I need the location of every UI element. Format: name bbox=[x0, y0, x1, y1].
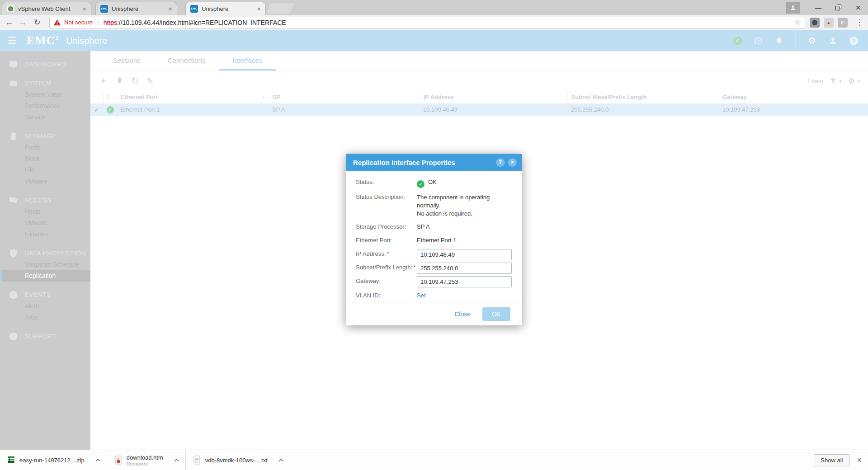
sidebar-item-dashboard[interactable]: DASHBOARD bbox=[0, 58, 90, 70]
sort-ascending-icon[interactable]: ↑ bbox=[262, 94, 265, 100]
sidebar-item-alerts[interactable]: Alerts bbox=[0, 301, 90, 312]
sidebar-item-initiators[interactable]: Initiators bbox=[0, 229, 90, 240]
downloads-bar: easy-run-14976212....zip download.htm Re… bbox=[0, 450, 868, 470]
bookmark-star-icon[interactable]: ☆ bbox=[794, 18, 801, 27]
sidebar-item-events[interactable]: EVENTS bbox=[0, 289, 90, 301]
shield-icon bbox=[8, 248, 19, 258]
url-omnibox[interactable]: Not secure | https://10.109.46.44/index.… bbox=[49, 17, 805, 28]
table-row-ethernet-port-1[interactable]: ✓ ✓ Ethernet Port 1 SP A 10.109.46.49 25… bbox=[90, 103, 868, 116]
row-status-ok-icon: ✓ bbox=[107, 106, 114, 113]
column-header-subnet[interactable]: Subnet Mask/Prefix Length bbox=[567, 91, 719, 103]
download-menu-chevron-icon[interactable] bbox=[95, 459, 100, 462]
new-tab-button[interactable] bbox=[266, 3, 294, 14]
browser-tab-unisphere-2-active[interactable]: EMC Unisphere × bbox=[185, 2, 266, 15]
alerts-bell-icon[interactable] bbox=[774, 36, 783, 45]
column-header-gateway[interactable]: Gateway bbox=[719, 91, 868, 103]
tab-sessions[interactable]: Sessions bbox=[99, 51, 154, 70]
product-title: Unisphere bbox=[66, 36, 107, 46]
not-secure-label: Not secure bbox=[64, 19, 93, 26]
filter-funnel-icon[interactable] bbox=[830, 77, 837, 85]
jobs-clock-icon[interactable] bbox=[754, 36, 763, 45]
sidebar-item-data-protection[interactable]: DATA PROTECTION bbox=[0, 247, 90, 259]
gateway-input[interactable] bbox=[417, 276, 512, 287]
pdf-extension-icon[interactable]: ▲ bbox=[824, 18, 834, 28]
sidebar-item-support[interactable]: ? SUPPORT bbox=[0, 330, 90, 342]
sidebar-item-storage-vmware[interactable]: VMware bbox=[0, 176, 90, 187]
dialog-title: Replication Interface Properties bbox=[353, 159, 492, 166]
back-icon[interactable]: ← bbox=[3, 18, 16, 28]
restore-button[interactable] bbox=[828, 0, 848, 15]
hamburger-menu-icon[interactable]: ☰ bbox=[8, 35, 17, 47]
sidebar-item-jobs[interactable]: Jobs bbox=[0, 312, 90, 323]
sidebar-item-access-vmware[interactable]: VMware bbox=[0, 217, 90, 229]
settings-gear-icon[interactable]: ⚙ bbox=[807, 36, 816, 45]
subnet-input[interactable] bbox=[417, 263, 512, 274]
browser-menu-icon[interactable]: ⋮ bbox=[856, 18, 863, 27]
tab-close-icon[interactable]: × bbox=[82, 5, 86, 12]
filter-caret-icon[interactable]: ▾ bbox=[840, 79, 842, 84]
extension-icon-f[interactable]: F bbox=[838, 18, 848, 28]
user-icon[interactable] bbox=[828, 36, 837, 45]
sidebar-item-performance[interactable]: Performance bbox=[0, 100, 90, 112]
dialog-close-icon[interactable]: × bbox=[508, 158, 517, 167]
settings-caret-icon[interactable]: ▾ bbox=[858, 79, 860, 84]
show-all-button[interactable]: Show all bbox=[814, 454, 849, 466]
system-health-icon[interactable]: ✓ bbox=[733, 36, 742, 45]
sidebar-item-system-view[interactable]: System View bbox=[0, 89, 90, 100]
forward-icon[interactable]: → bbox=[16, 18, 30, 28]
url-scheme-struck: https bbox=[104, 19, 117, 26]
extension-icon-1[interactable] bbox=[810, 18, 820, 28]
column-header-ethernet-port[interactable]: Ethernet Port↑ bbox=[117, 91, 269, 103]
help-icon[interactable]: ? bbox=[849, 36, 858, 45]
ethernet-port-row: Ethernet Port: Ethernet Port 1 bbox=[356, 235, 512, 244]
sidebar-item-access[interactable]: ACCESS bbox=[0, 194, 90, 206]
column-header-sp[interactable]: SP bbox=[269, 91, 420, 103]
column-header-ip-address[interactable]: IP Address bbox=[420, 91, 567, 103]
sidebar-item-snapshot-schedule[interactable]: Snapshot Schedule bbox=[0, 259, 90, 270]
edit-pencil-icon[interactable]: ✎ bbox=[146, 76, 162, 86]
status-description-value: The component is operating normally. No … bbox=[417, 192, 512, 218]
sidebar-item-file[interactable]: File bbox=[0, 164, 90, 176]
browser-tab-vsphere[interactable]: vSphere Web Client × bbox=[2, 2, 91, 15]
sidebar-item-replication[interactable]: Replication bbox=[0, 270, 90, 282]
download-menu-chevron-icon[interactable] bbox=[174, 459, 179, 462]
sidebar-item-hosts[interactable]: Hosts bbox=[0, 206, 90, 217]
header-divider bbox=[795, 30, 796, 51]
column-header-status[interactable]: ! bbox=[103, 91, 117, 103]
tab-close-icon[interactable]: × bbox=[168, 5, 172, 12]
reload-icon[interactable]: ↻ bbox=[30, 18, 44, 27]
delete-icon[interactable] bbox=[116, 76, 131, 86]
download-item-txt[interactable]: vdb-8vmdk-100ws-....txt bbox=[186, 450, 290, 470]
url-rest: ://10.109.46.44/index.html#lcn=REPLICATI… bbox=[117, 19, 286, 26]
close-button[interactable]: Close bbox=[454, 310, 471, 318]
downloads-bar-close-icon[interactable]: × bbox=[857, 456, 862, 465]
profile-icon[interactable] bbox=[786, 2, 800, 14]
table-settings-gear-icon[interactable]: ⚙ bbox=[848, 76, 855, 86]
sidebar-item-pools[interactable]: Pools bbox=[0, 142, 90, 153]
refresh-icon[interactable]: ↻ bbox=[131, 75, 146, 86]
download-item-zip[interactable]: easy-run-14976212....zip bbox=[0, 450, 107, 470]
vlan-set-link[interactable]: Set bbox=[417, 291, 426, 299]
sidebar-item-block[interactable]: Block bbox=[0, 153, 90, 164]
download-menu-chevron-icon[interactable] bbox=[278, 459, 283, 462]
row-selected-check-icon[interactable]: ✓ bbox=[94, 106, 99, 113]
tab-connections[interactable]: Connections bbox=[154, 51, 219, 70]
access-icon bbox=[8, 195, 19, 206]
sidebar-item-system[interactable]: SYSTEM bbox=[0, 77, 90, 89]
minimize-button[interactable]: — bbox=[808, 0, 828, 15]
add-interface-button[interactable]: + bbox=[100, 75, 116, 87]
select-column-header[interactable] bbox=[90, 91, 103, 103]
download-item-htm[interactable]: download.htm Removed bbox=[107, 450, 186, 470]
item-count: 1 item bbox=[807, 78, 823, 85]
browser-tab-unisphere-1[interactable]: EMC Unisphere × bbox=[95, 2, 177, 15]
sidebar-item-storage[interactable]: STORAGE bbox=[0, 130, 90, 142]
tab-interfaces[interactable]: Interfaces bbox=[219, 51, 276, 70]
window-close-button[interactable]: × bbox=[848, 0, 868, 15]
screen: vSphere Web Client × EMC Unisphere × EMC… bbox=[0, 0, 868, 470]
tab-close-icon[interactable]: × bbox=[257, 5, 261, 12]
ok-button[interactable]: OK bbox=[482, 307, 510, 321]
sidebar-item-service[interactable]: Service bbox=[0, 112, 90, 123]
ip-address-input[interactable] bbox=[417, 249, 512, 260]
dialog-help-icon[interactable]: ? bbox=[496, 158, 505, 167]
dialog-body: Status: ✓OK Status Description: The comp… bbox=[346, 171, 522, 299]
